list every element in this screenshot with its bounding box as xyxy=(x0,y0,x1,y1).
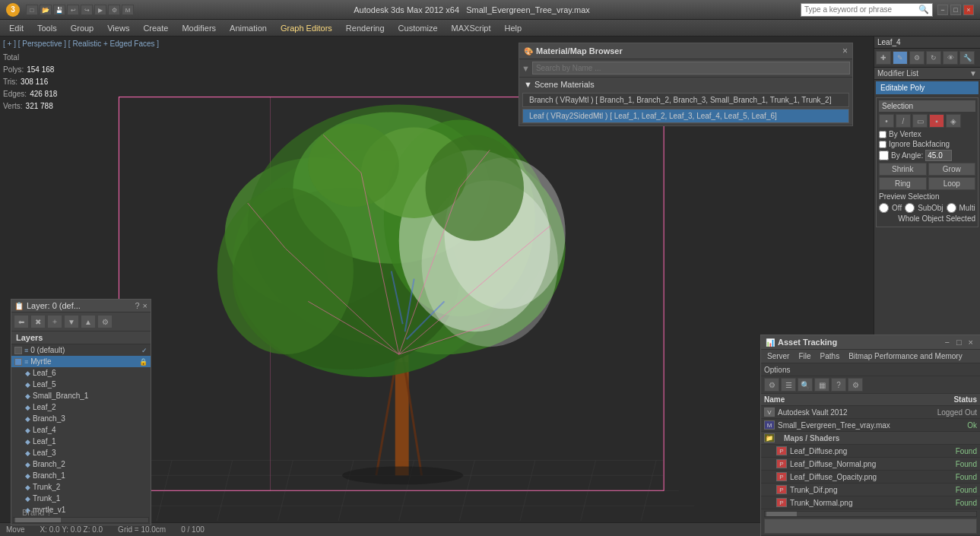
asset-toolbar-icon4[interactable]: ▦ xyxy=(814,378,829,392)
multi-radio[interactable] xyxy=(947,203,956,213)
material-item-branch[interactable]: Branch ( VRayMtl ) [ Branch_1, Branch_2,… xyxy=(522,93,849,107)
asset-path-input[interactable] xyxy=(764,519,977,534)
by-angle-checkbox[interactable] xyxy=(879,151,889,160)
layer-item-branch1[interactable]: ◆ Branch_1 xyxy=(11,470,151,481)
layer-item-default[interactable]: ≡ 0 (default) ✓ xyxy=(11,344,151,356)
angle-input[interactable] xyxy=(925,150,952,161)
menu-rendering[interactable]: Rendering xyxy=(340,22,391,34)
layer-item-trunk2[interactable]: ◆ Trunk_2 xyxy=(11,481,151,493)
material-browser-close-button[interactable]: × xyxy=(842,46,848,56)
window-controls[interactable]: − □ × xyxy=(937,5,974,15)
menu-modifiers[interactable]: Modifiers xyxy=(176,22,222,34)
asset-menu-server[interactable]: Server xyxy=(764,351,792,361)
asset-row-maps[interactable]: 📁 Maps / Shaders xyxy=(761,432,980,445)
motion-tab-icon[interactable]: ↻ xyxy=(926,51,941,65)
material-search-input[interactable] xyxy=(532,62,850,75)
layers-back-icon[interactable]: ⬅ xyxy=(14,315,29,328)
asset-row-leaf-opacity[interactable]: P Leaf_Diffuse_Opacity.png Found xyxy=(761,471,980,484)
asset-horizontal-scrollbar[interactable] xyxy=(764,511,977,517)
layer-item-leaf6[interactable]: ◆ Leaf_6 xyxy=(11,367,151,379)
hierarchy-tab-icon[interactable]: ⚙ xyxy=(909,51,924,65)
layers-add-icon[interactable]: ＋ xyxy=(47,315,62,328)
modify-tab-icon[interactable]: ✎ xyxy=(893,51,908,65)
off-radio[interactable] xyxy=(879,203,889,213)
asset-row-trunk-normal[interactable]: P Trunk_Normal.png Found xyxy=(761,496,980,509)
render-setup-icon[interactable]: ⚙ xyxy=(108,5,120,15)
asset-row-leaf-diffuse[interactable]: P Leaf_Diffuse.png Found xyxy=(761,445,980,458)
editable-poly-item[interactable]: Editable Poly xyxy=(876,81,978,94)
layer-item-branch3[interactable]: ◆ Branch_3 xyxy=(11,413,151,424)
asset-help-icon[interactable]: ? xyxy=(831,378,846,392)
title-toolbar-icons[interactable]: □ 📂 💾 ↩ ↪ ▶ ⚙ M xyxy=(26,5,134,15)
asset-menu-options[interactable]: Options xyxy=(764,366,790,374)
render-icon[interactable]: ▶ xyxy=(94,5,106,15)
search-box[interactable]: 🔍 xyxy=(801,3,933,17)
menu-customize[interactable]: Customize xyxy=(392,22,444,34)
material-item-leaf[interactable]: Leaf ( VRay2SidedMtl ) [ Leaf_1, Leaf_2,… xyxy=(522,109,849,123)
utilities-tab-icon[interactable]: 🔧 xyxy=(959,51,975,65)
layer-item-leaf4[interactable]: ◆ Leaf_4 xyxy=(11,424,151,436)
element-mode-icon[interactable]: ◈ xyxy=(946,114,961,128)
ignore-backfacing-checkbox[interactable] xyxy=(879,141,886,148)
asset-toolbar-icon3[interactable]: 🔍 xyxy=(798,378,813,392)
layer-item-trunk1[interactable]: ◆ Trunk_1 xyxy=(11,493,151,504)
asset-row-trunk-dif[interactable]: P Trunk_Dif.png Found xyxy=(761,484,980,496)
asset-row-max-file[interactable]: M Small_Evergreen_Tree_vray.max Ok xyxy=(761,419,980,432)
layer-item-leaf3[interactable]: ◆ Leaf_3 xyxy=(11,447,151,458)
asset-toolbar-icon1[interactable]: ⚙ xyxy=(764,378,779,392)
minimize-button[interactable]: − xyxy=(937,5,948,15)
undo-icon[interactable]: ↩ xyxy=(67,5,79,15)
edge-mode-icon[interactable]: / xyxy=(896,114,911,128)
menu-help[interactable]: Help xyxy=(499,22,528,34)
layers-move-down-icon[interactable]: ▼ xyxy=(64,315,79,328)
redo-icon[interactable]: ↪ xyxy=(81,5,93,15)
layer-item-branch2[interactable]: ◆ Branch_2 xyxy=(11,458,151,470)
menu-edit[interactable]: Edit xyxy=(3,22,30,34)
shrink-button[interactable]: Shrink xyxy=(879,163,927,176)
layer-item-myrtle[interactable]: ≡ Myrtle 🔒 xyxy=(11,356,151,367)
asset-menu-paths[interactable]: Paths xyxy=(817,351,843,361)
new-icon[interactable]: □ xyxy=(26,5,38,15)
layer-checkbox-default[interactable] xyxy=(14,347,22,354)
asset-menu-bitmap-perf[interactable]: Bitmap Performance and Memory xyxy=(845,351,966,361)
layers-settings-icon[interactable]: ⚙ xyxy=(97,315,113,328)
menu-group[interactable]: Group xyxy=(65,22,100,34)
menu-animation[interactable]: Animation xyxy=(224,22,273,34)
asset-row-leaf-normal[interactable]: P Leaf_Diffuse_Normal.png Found xyxy=(761,458,980,471)
menu-maxscript[interactable]: MAXScript xyxy=(446,22,497,34)
layer-item-small-branch1[interactable]: ◆ Small_Branch_1 xyxy=(11,390,151,401)
layer-checkbox-myrtle[interactable] xyxy=(14,358,22,366)
mat-editor-icon[interactable]: M xyxy=(122,5,134,15)
scene-materials-header[interactable]: ▼ Scene Materials xyxy=(519,78,852,91)
close-button[interactable]: × xyxy=(963,5,974,15)
asset-toolbar-icon2[interactable]: ☰ xyxy=(781,378,796,392)
search-input[interactable] xyxy=(804,5,918,14)
asset-scrollbar-thumb[interactable] xyxy=(766,512,797,516)
ring-button[interactable]: Ring xyxy=(879,177,927,190)
menu-graph-editors[interactable]: Graph Editors xyxy=(274,22,338,34)
vertex-mode-icon[interactable]: • xyxy=(879,114,894,128)
asset-settings-icon[interactable]: ⚙ xyxy=(848,378,863,392)
restore-button[interactable]: □ xyxy=(950,5,961,15)
asset-tracking-restore[interactable]: □ xyxy=(954,338,964,347)
border-mode-icon[interactable]: ▭ xyxy=(912,114,928,128)
open-icon[interactable]: 📂 xyxy=(40,5,52,15)
menu-create[interactable]: Create xyxy=(137,22,174,34)
layer-item-leaf1[interactable]: ◆ Leaf_1 xyxy=(11,436,151,447)
by-vertex-checkbox[interactable] xyxy=(879,131,886,138)
display-tab-icon[interactable]: 👁 xyxy=(943,51,958,65)
layers-close-button[interactable]: × xyxy=(143,301,147,310)
layers-move-up-icon[interactable]: ▲ xyxy=(81,315,96,328)
poly-mode-icon[interactable]: ▪ xyxy=(929,114,944,128)
grow-button[interactable]: Grow xyxy=(928,163,976,176)
layers-help-button[interactable]: ? xyxy=(135,301,139,310)
menu-tools[interactable]: Tools xyxy=(31,22,63,34)
layers-scrollbar[interactable] xyxy=(13,517,149,523)
menu-views[interactable]: Views xyxy=(101,22,135,34)
layer-item-leaf2[interactable]: ◆ Leaf_2 xyxy=(11,401,151,413)
loop-button[interactable]: Loop xyxy=(928,177,976,190)
create-tab-icon[interactable]: ✚ xyxy=(876,51,891,65)
asset-tracking-minimize[interactable]: − xyxy=(942,338,951,347)
save-icon[interactable]: 💾 xyxy=(53,5,65,15)
layer-item-leaf5[interactable]: ◆ Leaf_5 xyxy=(11,379,151,390)
